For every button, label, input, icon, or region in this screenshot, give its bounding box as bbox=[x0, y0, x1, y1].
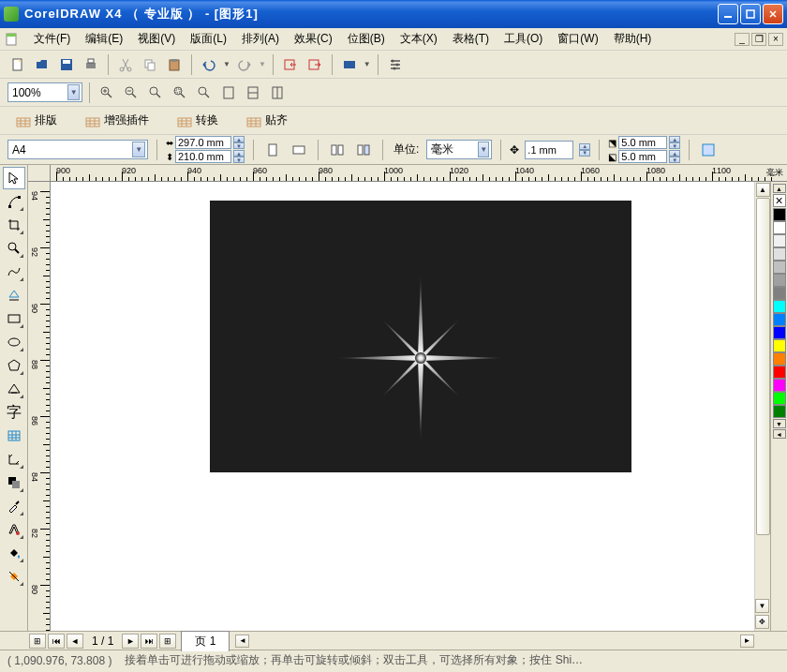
zoom-input[interactable] bbox=[12, 86, 67, 99]
color-swatch[interactable] bbox=[773, 247, 786, 261]
color-swatch[interactable] bbox=[773, 221, 786, 234]
plugin-button[interactable]: 贴齐 bbox=[238, 110, 296, 131]
redo-button[interactable] bbox=[234, 54, 255, 75]
rectangle-tool[interactable] bbox=[3, 307, 25, 330]
freehand-tool[interactable] bbox=[3, 261, 25, 283]
eyedropper-tool[interactable] bbox=[3, 495, 25, 517]
no-fill-swatch[interactable] bbox=[773, 194, 786, 207]
horizontal-scrollbar[interactable]: ◄ ► bbox=[235, 634, 754, 649]
nudge-input[interactable] bbox=[525, 141, 573, 159]
color-swatch[interactable] bbox=[773, 326, 786, 339]
pagesize-input[interactable] bbox=[12, 143, 132, 157]
dimension-tool[interactable] bbox=[3, 448, 25, 470]
copy-button[interactable] bbox=[140, 54, 160, 75]
open-button[interactable] bbox=[32, 54, 52, 75]
drawing-object[interactable] bbox=[210, 201, 631, 472]
color-swatch[interactable] bbox=[773, 300, 786, 313]
menu-item[interactable]: 排列(A) bbox=[234, 29, 287, 49]
text-tool[interactable]: 字 bbox=[3, 401, 25, 424]
dupy-input[interactable] bbox=[618, 150, 667, 163]
zoom-in-button[interactable] bbox=[97, 82, 117, 103]
portrait-button[interactable] bbox=[262, 140, 283, 160]
dropdown-icon[interactable]: ▼ bbox=[67, 84, 80, 100]
scroll-left-button[interactable]: ◄ bbox=[235, 635, 249, 648]
shape-tool[interactable] bbox=[3, 190, 25, 213]
plugin-button[interactable]: 增强插件 bbox=[77, 110, 157, 131]
color-swatch[interactable] bbox=[773, 274, 786, 287]
last-page-button[interactable]: ⏭ bbox=[141, 634, 157, 649]
add-page-after-button[interactable]: ⊞ bbox=[159, 634, 176, 649]
color-swatch[interactable] bbox=[773, 339, 786, 352]
pagesize-combo[interactable]: ▼ bbox=[7, 140, 148, 159]
basic-shapes-tool[interactable] bbox=[3, 378, 25, 400]
current-page-button[interactable] bbox=[353, 140, 374, 160]
color-swatch[interactable] bbox=[773, 261, 786, 274]
ruler-vertical[interactable]: 9492908886848280 bbox=[28, 182, 51, 631]
zoom-tool[interactable] bbox=[3, 237, 25, 260]
palette-flyout-button[interactable]: ◄ bbox=[773, 429, 786, 439]
menu-item[interactable]: 编辑(E) bbox=[78, 29, 130, 49]
color-swatch[interactable] bbox=[773, 208, 786, 221]
new-button[interactable] bbox=[7, 54, 28, 75]
menu-item[interactable]: 窗口(W) bbox=[550, 29, 605, 49]
maximize-button[interactable] bbox=[740, 4, 761, 24]
spin-up[interactable]: ▲ bbox=[669, 136, 680, 142]
ruler-origin[interactable] bbox=[28, 165, 51, 182]
zoom-onetoone-button[interactable] bbox=[145, 82, 166, 103]
pick-tool[interactable] bbox=[3, 167, 25, 189]
cut-button[interactable] bbox=[115, 54, 136, 75]
next-page-button[interactable]: ► bbox=[122, 634, 139, 649]
menu-item[interactable]: 效果(C) bbox=[287, 29, 340, 49]
pan-button[interactable]: ✥ bbox=[755, 615, 769, 629]
save-button[interactable] bbox=[56, 54, 77, 75]
mdi-restore-button[interactable]: ❐ bbox=[751, 33, 766, 46]
table-tool[interactable] bbox=[3, 425, 25, 447]
spin-down[interactable]: ▼ bbox=[669, 142, 680, 149]
menu-item[interactable]: 版面(L) bbox=[183, 29, 234, 49]
page-height-input[interactable] bbox=[175, 150, 231, 163]
spin-up[interactable]: ▲ bbox=[233, 136, 245, 142]
spin-down[interactable]: ▼ bbox=[233, 157, 245, 163]
spin-up[interactable]: ▲ bbox=[579, 143, 590, 150]
page-tab[interactable]: 页 1 bbox=[181, 631, 230, 651]
close-button[interactable] bbox=[763, 4, 783, 24]
menu-item[interactable]: 表格(T) bbox=[445, 29, 497, 49]
scroll-up-button[interactable]: ▲ bbox=[756, 183, 770, 197]
outline-tool[interactable] bbox=[3, 518, 25, 541]
zoom-page-button[interactable] bbox=[218, 82, 239, 103]
palette-down-button[interactable]: ▼ bbox=[773, 419, 786, 428]
color-swatch[interactable] bbox=[773, 405, 786, 418]
menu-item[interactable]: 工具(O) bbox=[497, 29, 550, 49]
menu-item[interactable]: 文本(X) bbox=[393, 29, 445, 49]
unit-input[interactable] bbox=[431, 143, 478, 157]
smart-drawing-tool[interactable] bbox=[3, 284, 25, 306]
polygon-tool[interactable] bbox=[3, 354, 25, 377]
menu-item[interactable]: 视图(V) bbox=[130, 29, 183, 49]
export-button[interactable] bbox=[304, 54, 325, 75]
dupx-input[interactable] bbox=[618, 136, 667, 149]
vertical-scrollbar[interactable]: ▲ ▼ ✥ bbox=[754, 182, 770, 631]
canvas[interactable] bbox=[51, 182, 754, 631]
color-swatch[interactable] bbox=[773, 366, 786, 379]
mdi-close-button[interactable]: × bbox=[768, 33, 783, 46]
unit-combo[interactable]: ▼ bbox=[426, 140, 492, 159]
interactive-tool[interactable] bbox=[3, 471, 25, 494]
crop-tool[interactable] bbox=[3, 214, 25, 236]
color-swatch[interactable] bbox=[773, 392, 786, 405]
first-page-button[interactable]: ⏮ bbox=[48, 634, 65, 649]
undo-button[interactable] bbox=[199, 54, 219, 75]
menu-item[interactable]: 文件(F) bbox=[26, 29, 78, 49]
zoom-fit-button[interactable] bbox=[194, 82, 215, 103]
scroll-right-button[interactable]: ► bbox=[740, 635, 754, 648]
spin-down[interactable]: ▼ bbox=[669, 157, 680, 163]
spin-up[interactable]: ▲ bbox=[669, 150, 680, 157]
star-flare-object[interactable] bbox=[318, 255, 524, 461]
palette-up-button[interactable]: ▲ bbox=[773, 184, 786, 193]
page-width-input[interactable] bbox=[175, 136, 231, 149]
zoom-selection-button[interactable] bbox=[170, 82, 190, 103]
zoom-out-button[interactable] bbox=[121, 82, 141, 103]
interactive-fill-tool[interactable] bbox=[3, 565, 25, 588]
options-button[interactable] bbox=[385, 54, 406, 75]
spin-down[interactable]: ▼ bbox=[233, 142, 245, 149]
plugin-button[interactable]: 排版 bbox=[7, 110, 66, 131]
